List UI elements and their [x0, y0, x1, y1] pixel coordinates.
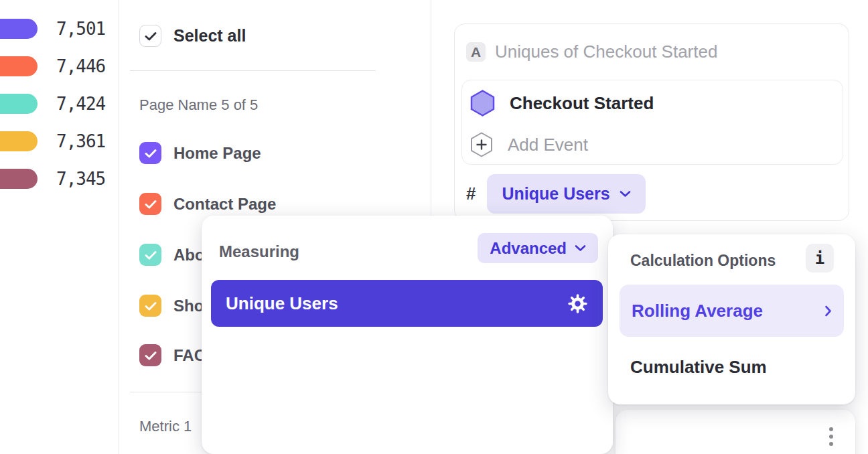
series-name-input[interactable]: Uniques of Checkout Started	[495, 42, 717, 62]
filter-label: Home Page	[173, 144, 261, 163]
filter-row[interactable]: Home Page	[139, 142, 261, 164]
checkmark-icon	[145, 351, 157, 360]
series-badge: A	[466, 42, 486, 62]
measure-value: Unique Users	[502, 184, 609, 204]
legend-swatch	[0, 56, 38, 76]
gear-icon[interactable]	[567, 293, 588, 314]
chevron-down-icon	[620, 190, 631, 198]
measuring-title: Measuring	[219, 242, 299, 261]
legend-item[interactable]: 7,424	[0, 94, 105, 114]
filter-label: Abo	[173, 246, 205, 264]
filter-label: Sho	[173, 297, 204, 315]
checkmark-icon	[145, 149, 157, 158]
advanced-mode-dropdown[interactable]: Advanced	[478, 233, 598, 263]
checkmark-icon	[145, 250, 157, 260]
measure-row: # Unique Users	[466, 174, 646, 214]
checked-checkbox[interactable]	[139, 142, 161, 164]
event-card: Checkout Started Add Event	[461, 80, 843, 165]
option-label: Cumulative Sum	[630, 357, 767, 378]
event-hexagon-icon	[470, 90, 495, 117]
query-builder-card: A Uniques of Checkout Started Checkout S…	[454, 23, 849, 221]
legend-swatch	[0, 131, 38, 151]
analytics-screen: 7,501 7,446 7,424 7,361 7,345 S	[0, 0, 868, 454]
calculation-options-title: Calculation Options	[630, 252, 776, 270]
checkmark-icon	[145, 31, 157, 41]
metric-footer-label: Metric 1	[139, 418, 192, 435]
kebab-menu-icon[interactable]	[829, 427, 833, 446]
panel-divider	[119, 0, 119, 454]
legend-value: 7,361	[56, 131, 105, 151]
event-name: Checkout Started	[510, 93, 654, 114]
add-event-icon	[470, 132, 493, 157]
measure-dropdown[interactable]: Unique Users	[487, 174, 645, 214]
legend-value: 7,501	[56, 19, 105, 39]
legend-item[interactable]: 7,345	[0, 169, 105, 189]
filter-row[interactable]: Abo	[139, 244, 205, 266]
chevron-right-icon	[824, 305, 832, 317]
advanced-label: Advanced	[490, 239, 567, 258]
option-cumulative-sum[interactable]: Cumulative Sum	[630, 356, 767, 378]
legend-item[interactable]: 7,361	[0, 131, 105, 151]
legend-item[interactable]: 7,501	[0, 19, 105, 39]
select-all-row[interactable]: Select all	[139, 25, 246, 47]
metric-card	[616, 410, 855, 454]
legend-item[interactable]: 7,446	[0, 56, 105, 76]
measuring-dropdown-menu: Measuring Advanced Unique Users	[202, 216, 613, 454]
legend-swatch	[0, 169, 38, 189]
filter-row[interactable]: Sho	[139, 295, 204, 317]
event-row[interactable]: Checkout Started	[470, 90, 654, 117]
number-prefix: #	[466, 183, 476, 204]
filter-row[interactable]: FAC	[139, 344, 206, 366]
select-all-label: Select all	[173, 26, 246, 46]
checked-checkbox[interactable]	[139, 244, 161, 266]
checked-checkbox[interactable]	[139, 193, 161, 215]
option-rolling-average[interactable]: Rolling Average	[620, 285, 844, 337]
filter-label: Contact Page	[173, 195, 276, 214]
legend-value: 7,424	[56, 94, 105, 114]
checkmark-icon	[145, 301, 157, 311]
info-icon[interactable]: i	[806, 244, 834, 273]
add-event-row[interactable]: Add Event	[470, 132, 588, 157]
option-label: Unique Users	[226, 293, 338, 314]
legend-swatch	[0, 19, 38, 39]
legend-swatch	[0, 94, 38, 114]
filter-label: FAC	[173, 346, 206, 365]
menu-option-unique-users[interactable]: Unique Users	[211, 280, 603, 327]
option-label: Rolling Average	[632, 301, 763, 321]
divider	[130, 70, 376, 71]
checked-checkbox[interactable]	[139, 344, 161, 366]
group-label: Page Name 5 of 5	[139, 96, 258, 114]
select-all-checkbox[interactable]	[139, 25, 161, 47]
legend-value: 7,345	[56, 169, 105, 189]
legend-value: 7,446	[56, 56, 105, 76]
filter-row[interactable]: Contact Page	[139, 193, 276, 215]
add-event-label: Add Event	[508, 135, 588, 155]
calculation-options-popover: Calculation Options i Rolling Average Cu…	[608, 234, 855, 404]
checked-checkbox[interactable]	[139, 295, 161, 317]
chevron-down-icon	[575, 244, 586, 252]
checkmark-icon	[145, 200, 157, 209]
